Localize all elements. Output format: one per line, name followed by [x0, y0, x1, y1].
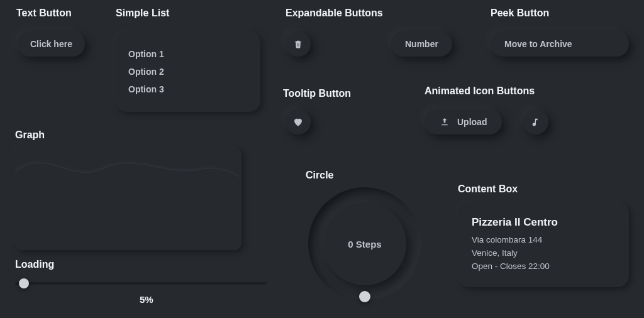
graph-heading: Graph [15, 129, 45, 141]
trash-button[interactable] [286, 31, 311, 57]
loading-heading: Loading [15, 259, 54, 270]
content-box-title: Pizzeria Il Centro [472, 216, 615, 229]
simple-list-heading: Simple List [116, 8, 169, 19]
content-box-heading: Content Box [458, 184, 518, 195]
list-item[interactable]: Option 3 [128, 80, 248, 98]
upload-icon [440, 117, 450, 127]
content-box-line: Via colombara 144 [472, 234, 615, 247]
circle-knob[interactable] [359, 291, 370, 302]
graph-widget [15, 147, 242, 250]
content-box: Pizzeria Il Centro Via colombara 144 Ven… [458, 202, 629, 287]
graph-curve [15, 147, 242, 250]
heart-icon [292, 116, 304, 128]
text-button-heading: Text Button [16, 8, 72, 19]
circle-widget: 0 Steps [308, 187, 421, 307]
peek-button-label: Move to Archive [504, 39, 572, 49]
number-button[interactable]: Number [391, 31, 452, 57]
music-button[interactable] [523, 109, 548, 134]
list-item[interactable]: Option 1 [128, 45, 248, 63]
upload-button[interactable]: Upload [425, 109, 502, 134]
music-note-icon [531, 117, 541, 127]
peek-heading: Peek Button [491, 8, 549, 19]
content-box-line: Open - Closes 22:00 [472, 260, 615, 273]
content-box-line: Venice, Italy [472, 247, 615, 260]
circle-heading: Circle [306, 170, 333, 181]
list-item[interactable]: Option 2 [128, 63, 248, 80]
loading-track[interactable] [15, 282, 267, 285]
anim-icons-heading: Animated Icon Buttons [425, 85, 535, 97]
simple-list: Option 1 Option 2 Option 3 [116, 31, 260, 112]
heart-button[interactable] [286, 109, 311, 134]
loading-knob[interactable] [19, 278, 29, 288]
circle-label: 0 Steps [308, 187, 421, 300]
move-to-archive-button[interactable]: Move to Archive [491, 31, 629, 57]
upload-button-label: Upload [457, 117, 487, 127]
loading-percent: 5% [140, 294, 153, 305]
click-here-button[interactable]: Click here [18, 31, 85, 57]
tooltip-heading: Tooltip Button [283, 88, 351, 99]
number-button-label: Number [405, 39, 438, 49]
expandable-heading: Expandable Buttons [286, 8, 383, 19]
trash-icon [293, 39, 303, 49]
